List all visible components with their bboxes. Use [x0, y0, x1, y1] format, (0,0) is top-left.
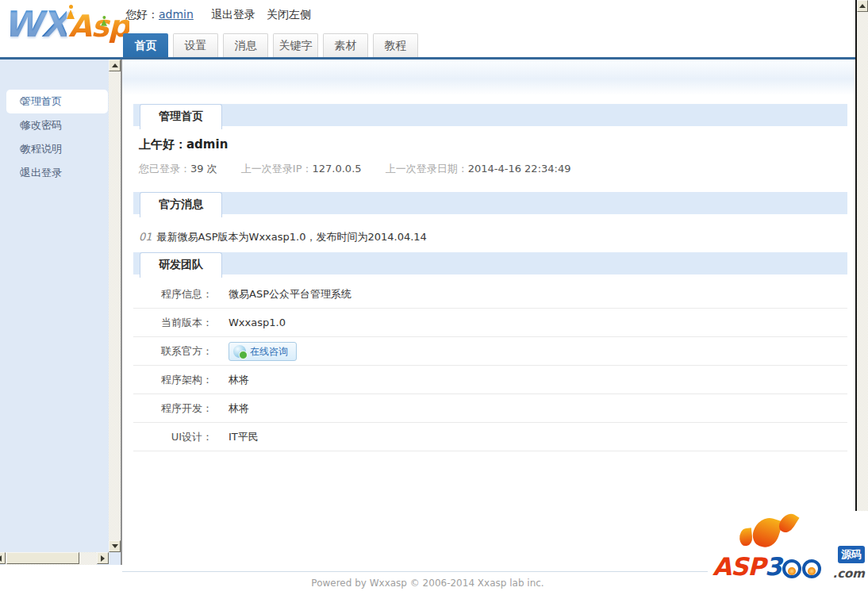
news-text: 最新微易ASP版本为Wxxasp1.0，发布时间为2014.04.14 — [157, 231, 427, 243]
logo-wx-text: WX — [3, 3, 67, 45]
asp300-domain: .com — [832, 566, 865, 581]
circle-bullet-icon — [20, 169, 27, 176]
scrollbar-thumb[interactable] — [6, 552, 79, 564]
online-consult-label: 在线咨询 — [250, 344, 288, 359]
circle-bullet-icon — [20, 121, 27, 129]
scroll-left-icon[interactable] — [0, 552, 6, 564]
last-login-date-stat: 上一次登录日期：2014-4-16 22:34:49 — [386, 163, 571, 175]
section-official-news-title: 官方消息 — [140, 192, 222, 217]
greeting-prefix: 您好： — [125, 8, 159, 21]
tab-tutorials[interactable]: 教程 — [373, 33, 418, 57]
table-row: 联系官方： 在线咨询 — [133, 337, 847, 366]
section-dev-team-bar: 研发团队 — [133, 252, 847, 274]
online-consult-button[interactable]: 在线咨询 — [229, 342, 297, 361]
tab-messages[interactable]: 消息 — [223, 33, 268, 57]
sidebar-item-tutorial-notes[interactable]: 教程说明 — [6, 137, 109, 161]
tab-materials[interactable]: 素材 — [323, 33, 368, 57]
sidebar-vertical-scrollbar[interactable] — [109, 60, 121, 552]
section-dev-team-title: 研发团队 — [140, 252, 222, 278]
logout-link[interactable]: 退出登录 — [211, 8, 255, 21]
tab-keywords[interactable]: 关键字 — [273, 33, 318, 57]
asp300-logo-text: ASP3 — [712, 552, 821, 581]
tab-home[interactable]: 首页 — [123, 33, 168, 57]
section-admin-home-title: 管理首页 — [140, 104, 222, 129]
last-login-ip-stat: 上一次登录IP：127.0.0.5 — [241, 163, 362, 175]
table-row: 程序开发： 林将 — [133, 394, 847, 423]
close-left-link[interactable]: 关闭左侧 — [267, 8, 311, 21]
scroll-down-icon[interactable] — [109, 540, 121, 552]
sidebar-item-change-password[interactable]: 修改密码 — [6, 113, 109, 137]
circle-bullet-icon — [20, 145, 27, 152]
sidebar: 管理首页 修改密码 教程说明 退出登录 — [0, 60, 122, 565]
scrollbar-track[interactable] — [109, 71, 121, 540]
sidebar-menu: 管理首页 修改密码 教程说明 退出登录 — [0, 90, 109, 185]
sidebar-item-logout[interactable]: 退出登录 — [6, 161, 109, 185]
zero-eye-icon — [802, 559, 821, 578]
main-tab-bar: 首页 设置 消息 关键字 素材 教程 — [123, 33, 418, 57]
app-window: WXAsp 您好：admin退出登录关闭左侧 首页 设置 消息 关键字 素材 教… — [0, 0, 868, 595]
person-icon — [65, 5, 76, 21]
asp300-watermark: ASP3 源码 .com — [708, 511, 868, 595]
login-count-stat: 您已登录：39 次 — [139, 163, 217, 175]
dev-team-table: 程序信息： 微易ASP公众平台管理系统 当前版本： Wxxasp1.0 联系官方… — [133, 280, 847, 451]
news-index: 01 — [139, 231, 152, 243]
table-row: UI设计： IT平民 — [133, 423, 847, 451]
person-icon — [99, 16, 108, 29]
news-item: 01最新微易ASP版本为Wxxasp1.0，发布时间为2014.04.14 — [139, 230, 427, 244]
qq-icon — [233, 345, 246, 358]
content-top-gradient — [122, 60, 855, 95]
flame-icon — [739, 528, 753, 547]
section-official-news-bar: 官方消息 — [133, 192, 847, 214]
table-row: 程序架构： 林将 — [133, 366, 847, 394]
asp300-digit: 3 — [765, 552, 782, 581]
page-vertical-scrollbar[interactable] — [855, 0, 868, 595]
asp300-asp-text: ASP — [712, 552, 765, 581]
zero-eye-icon — [782, 559, 801, 578]
circle-bullet-icon — [20, 98, 27, 105]
tab-settings[interactable]: 设置 — [173, 33, 218, 57]
table-row: 当前版本： Wxxasp1.0 — [133, 309, 847, 337]
table-row: 程序信息： 微易ASP公众平台管理系统 — [133, 280, 847, 309]
top-header: WXAsp 您好：admin退出登录关闭左侧 首页 设置 消息 关键字 素材 教… — [0, 0, 855, 60]
scroll-up-icon[interactable] — [109, 60, 121, 71]
scroll-right-icon[interactable] — [97, 552, 109, 564]
scroll-up-icon[interactable] — [857, 0, 868, 12]
sidebar-item-admin-home[interactable]: 管理首页 — [6, 90, 108, 113]
wxasp-logo: WXAsp — [3, 3, 122, 56]
login-stats: 您已登录：39 次 上一次登录IP：127.0.0.5 上一次登录日期：2014… — [139, 162, 591, 176]
user-bar: 您好：admin退出登录关闭左侧 — [125, 8, 322, 22]
section-admin-home-bar: 管理首页 — [133, 104, 847, 126]
flame-icon — [750, 514, 783, 551]
username-link[interactable]: admin — [159, 8, 194, 21]
greeting-text: 上午好：admin — [139, 137, 228, 152]
sidebar-horizontal-scrollbar[interactable] — [0, 552, 109, 565]
asp300-badge: 源码 — [838, 546, 865, 563]
